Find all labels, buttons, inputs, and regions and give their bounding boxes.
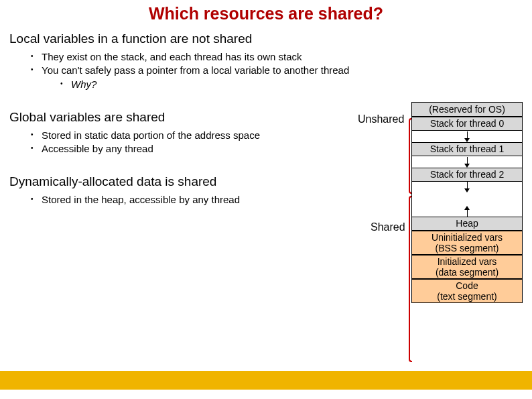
arrow-down-icon bbox=[464, 157, 470, 168]
mem-gap bbox=[411, 156, 523, 168]
mem-stack-2: Stack for thread 2 bbox=[411, 168, 523, 182]
mem-gap bbox=[411, 182, 523, 199]
arrow-up-icon bbox=[464, 206, 470, 217]
bullet-item: You can't safely pass a pointer from a l… bbox=[31, 64, 523, 91]
mem-code: Code (text segment) bbox=[411, 279, 523, 303]
arrow-down-icon bbox=[464, 131, 470, 142]
label-unshared: Unshared bbox=[358, 113, 404, 125]
mem-gap bbox=[411, 131, 523, 142]
bullet-list: They exist on the stack, and each thread… bbox=[9, 50, 523, 91]
sub-bullet-item: Why? bbox=[60, 78, 523, 91]
slide-title: Which resources are shared? bbox=[0, 0, 532, 29]
mem-stack-0: Stack for thread 0 bbox=[411, 117, 523, 131]
mem-data: Initialized vars (data segment) bbox=[411, 255, 523, 279]
label-shared: Shared bbox=[371, 221, 405, 233]
mem-bss: Uninitialized vars (BSS segment) bbox=[411, 231, 523, 255]
memory-diagram: (Reserved for OS) Stack for thread 0 Sta… bbox=[411, 102, 523, 303]
arrow-down-icon bbox=[464, 182, 470, 192]
footer-stripe bbox=[0, 371, 532, 390]
mem-stack-1: Stack for thread 1 bbox=[411, 142, 523, 156]
bullet-text: You can't safely pass a pointer from a l… bbox=[42, 64, 349, 76]
mem-os: (Reserved for OS) bbox=[411, 102, 523, 117]
bullet-item: They exist on the stack, and each thread… bbox=[31, 50, 523, 64]
mem-gap bbox=[411, 199, 523, 217]
section-local-heading: Local variables in a function are not sh… bbox=[9, 32, 523, 46]
mem-heap: Heap bbox=[411, 217, 523, 231]
sub-bullet-list: Why? bbox=[42, 78, 523, 91]
